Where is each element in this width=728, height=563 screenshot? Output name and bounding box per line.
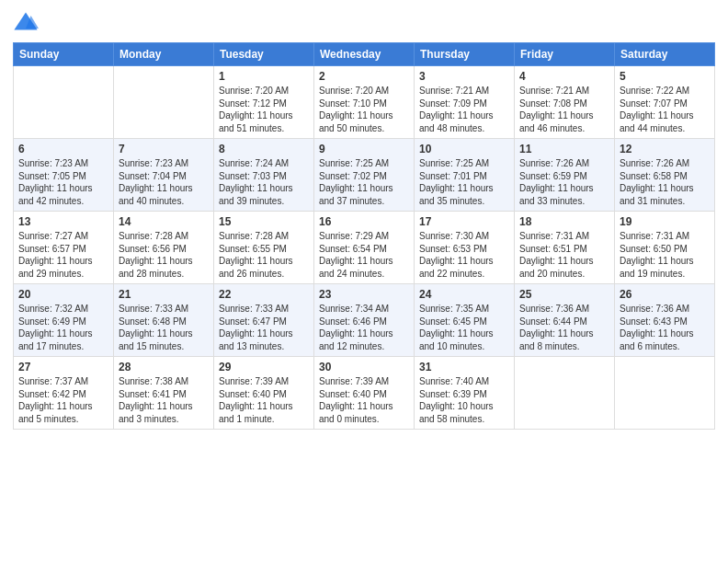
calendar-header-sunday: Sunday bbox=[14, 43, 114, 66]
calendar-cell: 22Sunrise: 7:33 AM Sunset: 6:47 PM Dayli… bbox=[214, 284, 314, 357]
calendar-cell: 21Sunrise: 7:33 AM Sunset: 6:48 PM Dayli… bbox=[114, 284, 214, 357]
calendar-header-thursday: Thursday bbox=[415, 43, 515, 66]
day-info: Sunrise: 7:20 AM Sunset: 7:10 PM Dayligh… bbox=[319, 85, 409, 134]
day-number: 31 bbox=[419, 361, 509, 373]
calendar-cell: 30Sunrise: 7:39 AM Sunset: 6:40 PM Dayli… bbox=[314, 357, 415, 430]
logo bbox=[13, 9, 42, 35]
day-number: 12 bbox=[620, 143, 710, 155]
calendar-cell: 9Sunrise: 7:25 AM Sunset: 7:02 PM Daylig… bbox=[314, 139, 415, 212]
calendar-cell: 31Sunrise: 7:40 AM Sunset: 6:39 PM Dayli… bbox=[415, 357, 515, 430]
calendar-cell: 16Sunrise: 7:29 AM Sunset: 6:54 PM Dayli… bbox=[314, 212, 415, 284]
logo-icon bbox=[13, 9, 39, 35]
calendar-cell: 10Sunrise: 7:25 AM Sunset: 7:01 PM Dayli… bbox=[415, 139, 515, 212]
day-number: 8 bbox=[219, 143, 309, 155]
calendar-cell: 4Sunrise: 7:21 AM Sunset: 7:08 PM Daylig… bbox=[515, 66, 615, 139]
calendar-cell: 23Sunrise: 7:34 AM Sunset: 6:46 PM Dayli… bbox=[314, 284, 415, 357]
day-info: Sunrise: 7:32 AM Sunset: 6:49 PM Dayligh… bbox=[18, 303, 108, 352]
calendar-cell: 27Sunrise: 7:37 AM Sunset: 6:42 PM Dayli… bbox=[14, 357, 114, 430]
calendar-header-friday: Friday bbox=[515, 43, 615, 66]
calendar-cell: 15Sunrise: 7:28 AM Sunset: 6:55 PM Dayli… bbox=[214, 212, 314, 284]
day-info: Sunrise: 7:25 AM Sunset: 7:01 PM Dayligh… bbox=[419, 157, 509, 207]
day-info: Sunrise: 7:23 AM Sunset: 7:04 PM Dayligh… bbox=[119, 157, 209, 207]
calendar-cell: 7Sunrise: 7:23 AM Sunset: 7:04 PM Daylig… bbox=[114, 139, 214, 212]
day-number: 7 bbox=[119, 143, 209, 155]
day-number: 4 bbox=[519, 70, 609, 83]
day-number: 2 bbox=[319, 70, 409, 83]
calendar-cell bbox=[615, 357, 715, 430]
calendar-week-2: 6Sunrise: 7:23 AM Sunset: 7:05 PM Daylig… bbox=[14, 139, 715, 212]
day-info: Sunrise: 7:34 AM Sunset: 6:46 PM Dayligh… bbox=[319, 303, 409, 352]
day-number: 23 bbox=[319, 288, 409, 301]
day-number: 13 bbox=[18, 215, 108, 228]
calendar-cell bbox=[515, 357, 615, 430]
day-info: Sunrise: 7:24 AM Sunset: 7:03 PM Dayligh… bbox=[219, 157, 309, 207]
calendar-cell: 6Sunrise: 7:23 AM Sunset: 7:05 PM Daylig… bbox=[14, 139, 114, 212]
day-number: 14 bbox=[119, 215, 209, 228]
day-number: 25 bbox=[519, 288, 609, 301]
calendar-header-wednesday: Wednesday bbox=[314, 43, 415, 66]
calendar-cell: 19Sunrise: 7:31 AM Sunset: 6:50 PM Dayli… bbox=[615, 212, 715, 284]
calendar-header-saturday: Saturday bbox=[615, 43, 715, 66]
day-info: Sunrise: 7:22 AM Sunset: 7:07 PM Dayligh… bbox=[620, 85, 710, 134]
day-number: 27 bbox=[18, 361, 108, 373]
day-number: 18 bbox=[519, 215, 609, 228]
calendar-cell: 17Sunrise: 7:30 AM Sunset: 6:53 PM Dayli… bbox=[415, 212, 515, 284]
day-number: 22 bbox=[219, 288, 309, 301]
day-info: Sunrise: 7:28 AM Sunset: 6:55 PM Dayligh… bbox=[219, 230, 309, 280]
day-number: 15 bbox=[219, 215, 309, 228]
day-number: 19 bbox=[620, 215, 710, 228]
calendar-cell bbox=[114, 66, 214, 139]
day-number: 3 bbox=[419, 70, 509, 83]
page-container: SundayMondayTuesdayWednesdayThursdayFrid… bbox=[0, 0, 728, 563]
day-info: Sunrise: 7:35 AM Sunset: 6:45 PM Dayligh… bbox=[419, 303, 509, 352]
day-number: 28 bbox=[119, 361, 209, 373]
calendar-week-5: 27Sunrise: 7:37 AM Sunset: 6:42 PM Dayli… bbox=[14, 357, 715, 430]
day-info: Sunrise: 7:25 AM Sunset: 7:02 PM Dayligh… bbox=[319, 157, 409, 207]
day-info: Sunrise: 7:20 AM Sunset: 7:12 PM Dayligh… bbox=[219, 85, 309, 134]
day-number: 16 bbox=[319, 215, 409, 228]
calendar-cell: 12Sunrise: 7:26 AM Sunset: 6:58 PM Dayli… bbox=[615, 139, 715, 212]
day-number: 5 bbox=[620, 70, 710, 83]
calendar-cell: 11Sunrise: 7:26 AM Sunset: 6:59 PM Dayli… bbox=[515, 139, 615, 212]
day-info: Sunrise: 7:21 AM Sunset: 7:09 PM Dayligh… bbox=[419, 85, 509, 134]
calendar-week-4: 20Sunrise: 7:32 AM Sunset: 6:49 PM Dayli… bbox=[14, 284, 715, 357]
day-info: Sunrise: 7:23 AM Sunset: 7:05 PM Dayligh… bbox=[18, 157, 108, 207]
day-info: Sunrise: 7:21 AM Sunset: 7:08 PM Dayligh… bbox=[519, 85, 609, 134]
day-number: 9 bbox=[319, 143, 409, 155]
day-number: 29 bbox=[219, 361, 309, 373]
calendar-cell: 29Sunrise: 7:39 AM Sunset: 6:40 PM Dayli… bbox=[214, 357, 314, 430]
day-number: 24 bbox=[419, 288, 509, 301]
calendar-cell: 25Sunrise: 7:36 AM Sunset: 6:44 PM Dayli… bbox=[515, 284, 615, 357]
calendar-week-1: 1Sunrise: 7:20 AM Sunset: 7:12 PM Daylig… bbox=[14, 66, 715, 139]
calendar-table: SundayMondayTuesdayWednesdayThursdayFrid… bbox=[13, 42, 715, 430]
day-info: Sunrise: 7:39 AM Sunset: 6:40 PM Dayligh… bbox=[219, 375, 309, 425]
calendar-cell: 14Sunrise: 7:28 AM Sunset: 6:56 PM Dayli… bbox=[114, 212, 214, 284]
calendar-header-monday: Monday bbox=[114, 43, 214, 66]
day-info: Sunrise: 7:31 AM Sunset: 6:51 PM Dayligh… bbox=[519, 230, 609, 280]
day-info: Sunrise: 7:30 AM Sunset: 6:53 PM Dayligh… bbox=[419, 230, 509, 280]
calendar-week-3: 13Sunrise: 7:27 AM Sunset: 6:57 PM Dayli… bbox=[14, 212, 715, 284]
day-number: 10 bbox=[419, 143, 509, 155]
day-info: Sunrise: 7:36 AM Sunset: 6:43 PM Dayligh… bbox=[620, 303, 710, 352]
day-info: Sunrise: 7:31 AM Sunset: 6:50 PM Dayligh… bbox=[620, 230, 710, 280]
calendar-cell: 20Sunrise: 7:32 AM Sunset: 6:49 PM Dayli… bbox=[14, 284, 114, 357]
day-info: Sunrise: 7:33 AM Sunset: 6:48 PM Dayligh… bbox=[119, 303, 209, 352]
day-info: Sunrise: 7:40 AM Sunset: 6:39 PM Dayligh… bbox=[419, 375, 509, 425]
calendar-cell: 3Sunrise: 7:21 AM Sunset: 7:09 PM Daylig… bbox=[415, 66, 515, 139]
calendar-cell bbox=[14, 66, 114, 139]
day-number: 17 bbox=[419, 215, 509, 228]
day-info: Sunrise: 7:38 AM Sunset: 6:41 PM Dayligh… bbox=[119, 375, 209, 425]
day-info: Sunrise: 7:27 AM Sunset: 6:57 PM Dayligh… bbox=[18, 230, 108, 280]
day-info: Sunrise: 7:28 AM Sunset: 6:56 PM Dayligh… bbox=[119, 230, 209, 280]
calendar-header-row: SundayMondayTuesdayWednesdayThursdayFrid… bbox=[14, 43, 715, 66]
day-number: 1 bbox=[219, 70, 309, 83]
calendar-cell: 26Sunrise: 7:36 AM Sunset: 6:43 PM Dayli… bbox=[615, 284, 715, 357]
day-info: Sunrise: 7:26 AM Sunset: 6:58 PM Dayligh… bbox=[620, 157, 710, 207]
day-info: Sunrise: 7:39 AM Sunset: 6:40 PM Dayligh… bbox=[319, 375, 409, 425]
calendar-cell: 8Sunrise: 7:24 AM Sunset: 7:03 PM Daylig… bbox=[214, 139, 314, 212]
day-number: 11 bbox=[519, 143, 609, 155]
day-number: 20 bbox=[18, 288, 108, 301]
calendar-cell: 5Sunrise: 7:22 AM Sunset: 7:07 PM Daylig… bbox=[615, 66, 715, 139]
day-info: Sunrise: 7:37 AM Sunset: 6:42 PM Dayligh… bbox=[18, 375, 108, 425]
calendar-cell: 24Sunrise: 7:35 AM Sunset: 6:45 PM Dayli… bbox=[415, 284, 515, 357]
